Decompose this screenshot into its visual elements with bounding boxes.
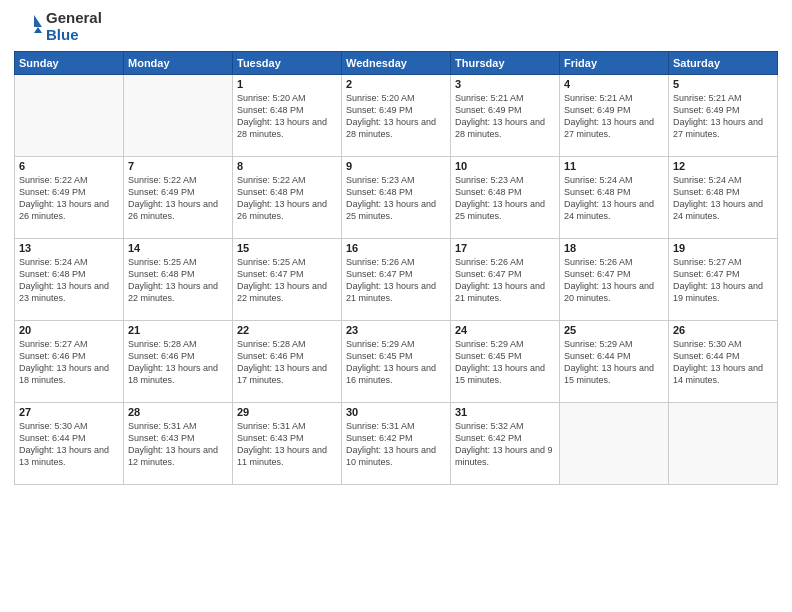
weekday-header-saturday: Saturday [669, 52, 778, 75]
day-info: Sunrise: 5:32 AM Sunset: 6:42 PM Dayligh… [455, 420, 555, 469]
day-info: Sunrise: 5:25 AM Sunset: 6:47 PM Dayligh… [237, 256, 337, 305]
calendar-table: SundayMondayTuesdayWednesdayThursdayFrid… [14, 51, 778, 485]
weekday-header-tuesday: Tuesday [233, 52, 342, 75]
calendar-cell: 31Sunrise: 5:32 AM Sunset: 6:42 PM Dayli… [451, 403, 560, 485]
calendar-cell: 22Sunrise: 5:28 AM Sunset: 6:46 PM Dayli… [233, 321, 342, 403]
calendar-cell [15, 75, 124, 157]
day-number: 3 [455, 78, 555, 90]
calendar-cell: 13Sunrise: 5:24 AM Sunset: 6:48 PM Dayli… [15, 239, 124, 321]
day-info: Sunrise: 5:24 AM Sunset: 6:48 PM Dayligh… [673, 174, 773, 223]
calendar-cell: 5Sunrise: 5:21 AM Sunset: 6:49 PM Daylig… [669, 75, 778, 157]
day-number: 13 [19, 242, 119, 254]
day-info: Sunrise: 5:31 AM Sunset: 6:43 PM Dayligh… [128, 420, 228, 469]
day-info: Sunrise: 5:28 AM Sunset: 6:46 PM Dayligh… [237, 338, 337, 387]
calendar-cell: 11Sunrise: 5:24 AM Sunset: 6:48 PM Dayli… [560, 157, 669, 239]
calendar-cell [560, 403, 669, 485]
calendar-cell: 17Sunrise: 5:26 AM Sunset: 6:47 PM Dayli… [451, 239, 560, 321]
day-info: Sunrise: 5:25 AM Sunset: 6:48 PM Dayligh… [128, 256, 228, 305]
calendar-cell [669, 403, 778, 485]
day-number: 1 [237, 78, 337, 90]
calendar-cell: 2Sunrise: 5:20 AM Sunset: 6:49 PM Daylig… [342, 75, 451, 157]
day-info: Sunrise: 5:27 AM Sunset: 6:47 PM Dayligh… [673, 256, 773, 305]
calendar-cell: 27Sunrise: 5:30 AM Sunset: 6:44 PM Dayli… [15, 403, 124, 485]
day-number: 25 [564, 324, 664, 336]
calendar-cell: 16Sunrise: 5:26 AM Sunset: 6:47 PM Dayli… [342, 239, 451, 321]
day-info: Sunrise: 5:22 AM Sunset: 6:48 PM Dayligh… [237, 174, 337, 223]
calendar-week-row: 27Sunrise: 5:30 AM Sunset: 6:44 PM Dayli… [15, 403, 778, 485]
day-info: Sunrise: 5:30 AM Sunset: 6:44 PM Dayligh… [673, 338, 773, 387]
logo-blue: Blue [46, 27, 102, 44]
calendar-cell: 18Sunrise: 5:26 AM Sunset: 6:47 PM Dayli… [560, 239, 669, 321]
day-info: Sunrise: 5:22 AM Sunset: 6:49 PM Dayligh… [19, 174, 119, 223]
day-info: Sunrise: 5:27 AM Sunset: 6:46 PM Dayligh… [19, 338, 119, 387]
calendar-week-row: 6Sunrise: 5:22 AM Sunset: 6:49 PM Daylig… [15, 157, 778, 239]
logo: General Blue [14, 10, 102, 43]
weekday-header-monday: Monday [124, 52, 233, 75]
day-info: Sunrise: 5:23 AM Sunset: 6:48 PM Dayligh… [455, 174, 555, 223]
day-number: 8 [237, 160, 337, 172]
day-number: 19 [673, 242, 773, 254]
calendar-cell: 1Sunrise: 5:20 AM Sunset: 6:48 PM Daylig… [233, 75, 342, 157]
day-number: 23 [346, 324, 446, 336]
calendar-cell: 6Sunrise: 5:22 AM Sunset: 6:49 PM Daylig… [15, 157, 124, 239]
day-number: 26 [673, 324, 773, 336]
day-number: 5 [673, 78, 773, 90]
calendar-cell: 12Sunrise: 5:24 AM Sunset: 6:48 PM Dayli… [669, 157, 778, 239]
day-number: 29 [237, 406, 337, 418]
logo-general: General [46, 10, 102, 27]
day-number: 10 [455, 160, 555, 172]
calendar-cell: 7Sunrise: 5:22 AM Sunset: 6:49 PM Daylig… [124, 157, 233, 239]
weekday-header-wednesday: Wednesday [342, 52, 451, 75]
day-number: 14 [128, 242, 228, 254]
calendar-cell: 10Sunrise: 5:23 AM Sunset: 6:48 PM Dayli… [451, 157, 560, 239]
day-number: 27 [19, 406, 119, 418]
day-info: Sunrise: 5:31 AM Sunset: 6:43 PM Dayligh… [237, 420, 337, 469]
day-info: Sunrise: 5:23 AM Sunset: 6:48 PM Dayligh… [346, 174, 446, 223]
calendar-cell: 20Sunrise: 5:27 AM Sunset: 6:46 PM Dayli… [15, 321, 124, 403]
calendar-cell: 30Sunrise: 5:31 AM Sunset: 6:42 PM Dayli… [342, 403, 451, 485]
day-info: Sunrise: 5:21 AM Sunset: 6:49 PM Dayligh… [564, 92, 664, 141]
calendar-cell: 3Sunrise: 5:21 AM Sunset: 6:49 PM Daylig… [451, 75, 560, 157]
calendar-cell: 26Sunrise: 5:30 AM Sunset: 6:44 PM Dayli… [669, 321, 778, 403]
calendar-cell: 25Sunrise: 5:29 AM Sunset: 6:44 PM Dayli… [560, 321, 669, 403]
weekday-header-thursday: Thursday [451, 52, 560, 75]
day-number: 30 [346, 406, 446, 418]
day-info: Sunrise: 5:20 AM Sunset: 6:48 PM Dayligh… [237, 92, 337, 141]
day-info: Sunrise: 5:29 AM Sunset: 6:45 PM Dayligh… [455, 338, 555, 387]
header: General Blue [14, 10, 778, 43]
day-number: 11 [564, 160, 664, 172]
calendar-cell: 8Sunrise: 5:22 AM Sunset: 6:48 PM Daylig… [233, 157, 342, 239]
day-number: 17 [455, 242, 555, 254]
calendar-week-row: 13Sunrise: 5:24 AM Sunset: 6:48 PM Dayli… [15, 239, 778, 321]
day-info: Sunrise: 5:22 AM Sunset: 6:49 PM Dayligh… [128, 174, 228, 223]
calendar-cell: 28Sunrise: 5:31 AM Sunset: 6:43 PM Dayli… [124, 403, 233, 485]
day-info: Sunrise: 5:21 AM Sunset: 6:49 PM Dayligh… [455, 92, 555, 141]
day-info: Sunrise: 5:29 AM Sunset: 6:45 PM Dayligh… [346, 338, 446, 387]
calendar-cell: 29Sunrise: 5:31 AM Sunset: 6:43 PM Dayli… [233, 403, 342, 485]
logo-svg [14, 13, 42, 41]
day-info: Sunrise: 5:28 AM Sunset: 6:46 PM Dayligh… [128, 338, 228, 387]
day-info: Sunrise: 5:31 AM Sunset: 6:42 PM Dayligh… [346, 420, 446, 469]
day-number: 18 [564, 242, 664, 254]
weekday-header-sunday: Sunday [15, 52, 124, 75]
day-number: 16 [346, 242, 446, 254]
day-number: 22 [237, 324, 337, 336]
day-info: Sunrise: 5:26 AM Sunset: 6:47 PM Dayligh… [455, 256, 555, 305]
svg-marker-0 [34, 15, 42, 27]
calendar-cell: 19Sunrise: 5:27 AM Sunset: 6:47 PM Dayli… [669, 239, 778, 321]
day-number: 2 [346, 78, 446, 90]
calendar-cell: 24Sunrise: 5:29 AM Sunset: 6:45 PM Dayli… [451, 321, 560, 403]
calendar-cell [124, 75, 233, 157]
day-number: 24 [455, 324, 555, 336]
calendar-cell: 23Sunrise: 5:29 AM Sunset: 6:45 PM Dayli… [342, 321, 451, 403]
calendar-cell: 9Sunrise: 5:23 AM Sunset: 6:48 PM Daylig… [342, 157, 451, 239]
calendar-week-row: 20Sunrise: 5:27 AM Sunset: 6:46 PM Dayli… [15, 321, 778, 403]
day-info: Sunrise: 5:21 AM Sunset: 6:49 PM Dayligh… [673, 92, 773, 141]
day-number: 15 [237, 242, 337, 254]
day-number: 9 [346, 160, 446, 172]
day-info: Sunrise: 5:20 AM Sunset: 6:49 PM Dayligh… [346, 92, 446, 141]
calendar-cell: 14Sunrise: 5:25 AM Sunset: 6:48 PM Dayli… [124, 239, 233, 321]
day-info: Sunrise: 5:29 AM Sunset: 6:44 PM Dayligh… [564, 338, 664, 387]
day-number: 4 [564, 78, 664, 90]
day-number: 7 [128, 160, 228, 172]
